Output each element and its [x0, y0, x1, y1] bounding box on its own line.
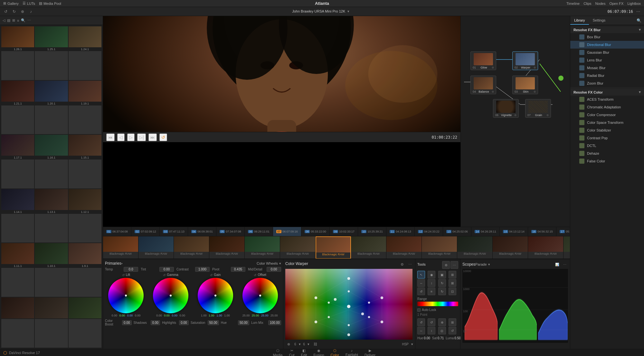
fx-mosaic-blur[interactable]: Mosaic Blur [570, 64, 644, 72]
fx-aces-transform[interactable]: ACES Transform [570, 96, 644, 103]
nav-media[interactable]: ⬡ Media [273, 349, 283, 356]
clip-04[interactable]: 04 06:09:38:01 [188, 227, 216, 236]
fx-lens-blur[interactable]: Lens Blur [570, 56, 644, 64]
tint-input[interactable]: 0.00 [159, 267, 174, 272]
node-glow[interactable]: 01 Glow ⚙ [470, 51, 496, 70]
viewer-options-btn[interactable]: ⋯ [635, 8, 641, 15]
thumb-15[interactable]: 1.9.1 [69, 243, 101, 297]
node-warper[interactable]: 02 Warper ⚙ [512, 51, 538, 70]
clip-08[interactable]: 08 05:33:22:00 [301, 227, 330, 236]
tab-library[interactable]: Library [570, 16, 589, 25]
clip-06[interactable]: 06 06:29:11:01 [245, 227, 273, 236]
tool-10[interactable]: ≡ [428, 288, 435, 295]
tool-9[interactable]: ↺ [417, 288, 425, 295]
thumb-2[interactable]: 1.25.1 [35, 26, 68, 80]
clip-17[interactable]: 17 05:52:37:07 [556, 227, 570, 236]
clip-14[interactable]: 14 04:26:28:11 [471, 227, 500, 236]
wheels-dropdown-icon[interactable]: ▾ [279, 261, 281, 266]
clip-16[interactable]: 16 04:56:32:15 [528, 227, 556, 236]
gallery-search-icon[interactable]: 🔍 [21, 18, 25, 23]
gain-reset-icon[interactable]: ↺ [210, 273, 213, 277]
highlights-val[interactable]: 0.00 [179, 320, 188, 325]
thumb-3[interactable]: 1.24.1 [69, 26, 101, 80]
viewer-tool-1[interactable]: ↺ [3, 8, 9, 15]
clip-13[interactable]: 13 04:25:02:06 [443, 227, 471, 236]
thumb-16[interactable] [1, 297, 34, 348]
clip-10[interactable]: 10 10:25:39:21 [358, 227, 386, 236]
scopes-waveform-btn[interactable]: 📊 [554, 261, 560, 268]
tool-8[interactable]: ⊠ [449, 279, 456, 287]
cw-hsp-dropdown[interactable]: ▾ [411, 342, 413, 346]
strip-thumb-12[interactable]: Blackmagic RAW [493, 236, 528, 259]
tool-action-2[interactable]: ↺ [428, 318, 435, 326]
fx-color-collapse-icon[interactable]: ▾ [639, 90, 641, 94]
search-icon[interactable]: 🔍 [637, 18, 641, 23]
scopes-more-btn[interactable]: ⋯ [562, 261, 568, 268]
clip-03[interactable]: 03 07:47:11:13 [160, 227, 188, 236]
clip-dropdown-icon[interactable]: ▾ [347, 9, 349, 13]
thumb-5[interactable]: 1.20.1 [35, 81, 68, 134]
thumb-10[interactable]: 1.14.1 [1, 189, 34, 243]
clip-07[interactable]: 07 06:07:09:16 [273, 227, 301, 236]
tool-eyedropper[interactable]: ◉ [428, 271, 435, 278]
fx-color-stabilizer[interactable]: Color Stabilizer [570, 126, 644, 134]
clip-11[interactable]: 11 04:24:08:13 [386, 227, 415, 236]
fx-gaussian-blur[interactable]: Gaussian Blur [570, 49, 644, 56]
nav-cut[interactable]: ✂ Cut [289, 349, 294, 356]
gallery-more-icon[interactable]: ⋯ [27, 18, 31, 23]
nav-edit[interactable]: ◧ Edit [301, 349, 307, 356]
fx-contrast-pop[interactable]: Contrast Pop [570, 134, 644, 142]
fx-false-color[interactable]: False Color [570, 157, 644, 165]
offset-reset-icon[interactable]: ↺ [254, 273, 256, 277]
thumb-14[interactable]: 1.10.1 [35, 243, 68, 297]
nav-color[interactable]: ⬡ Color [331, 349, 339, 356]
thumb-4[interactable]: 1.21.1 [1, 81, 34, 134]
strip-thumb-10[interactable]: Blackmagic RAW [422, 236, 457, 259]
range-bar[interactable] [417, 302, 458, 306]
gamma-wheel[interactable] [153, 278, 188, 313]
strip-thumb-05[interactable]: Blackmagic RAW [245, 236, 280, 259]
scopes-dropdown-icon[interactable]: ▾ [488, 262, 490, 267]
node-vignette[interactable]: 06 Vignette ⚙ [493, 99, 519, 118]
nav-fusion[interactable]: ◉ Fusion [314, 349, 324, 356]
tool-11[interactable]: ↻ [438, 288, 446, 295]
tools-settings-btn[interactable]: ⚙ [442, 261, 450, 269]
color-boost-val[interactable]: 0.00 [122, 320, 131, 325]
lightbox-btn[interactable]: Lightbox [627, 2, 641, 5]
node-grain[interactable]: 07 Grain ⚙ [525, 99, 551, 118]
offset-wheel[interactable] [242, 278, 278, 313]
node-balance[interactable]: 04 Balance ⚙ [470, 76, 496, 94]
strip-thumb-04[interactable]: Blackmagic RAW [209, 236, 245, 259]
lift-reset-icon[interactable]: ↺ [122, 273, 125, 277]
strip-thumb-08[interactable]: Blackmagic RAW [351, 236, 386, 259]
fx-box-blur[interactable]: Box Blur [570, 33, 644, 41]
thumb-6[interactable]: 1.19.1 [69, 81, 101, 134]
tool-6[interactable]: ↕ [428, 279, 435, 287]
timeline-btn[interactable]: Timeline [566, 2, 580, 5]
thumb-18[interactable] [69, 297, 101, 348]
gamma-reset-icon[interactable]: ↺ [163, 273, 166, 277]
cw-link-btn[interactable]: ⛓ [312, 341, 318, 347]
lift-wheel[interactable] [108, 278, 144, 313]
media-pool-btn[interactable]: ▤ Media Pool [39, 1, 61, 5]
viewer-transform-btn[interactable]: ⊕ [19, 8, 26, 15]
saturation-val[interactable]: 50.00 [208, 320, 219, 325]
fx-dctl[interactable]: DCTL [570, 142, 644, 150]
color-warper-canvas[interactable] [285, 269, 412, 340]
tool-12[interactable]: ⊡ [449, 288, 456, 295]
tool-3[interactable]: ▣ [438, 271, 446, 278]
strip-thumb-03[interactable]: Blackmagic RAW [174, 236, 209, 259]
autolock-checkbox[interactable] [417, 308, 421, 312]
clip-02[interactable]: 02 07:02:09:12 [131, 227, 160, 236]
tool-cursor[interactable]: ↖ [417, 271, 425, 278]
mid-detail-input[interactable]: 0.00 [267, 267, 281, 272]
cw-mask-btn[interactable]: ⊕ [285, 341, 292, 347]
tool-action-5[interactable]: ↔ [417, 327, 425, 334]
thumb-17[interactable] [35, 297, 68, 348]
fx-color-space-transform[interactable]: Color Space Transform [570, 119, 644, 126]
node-balance-settings-icon[interactable]: ⚙ [492, 90, 494, 93]
luts-btn[interactable]: ☰ LUTs [23, 1, 35, 5]
thumb-8[interactable]: 1.16.1 [35, 135, 68, 188]
nav-deliver[interactable]: ▶ Deliver [365, 349, 375, 356]
fx-directional-blur[interactable]: Directional Blur [570, 41, 644, 49]
